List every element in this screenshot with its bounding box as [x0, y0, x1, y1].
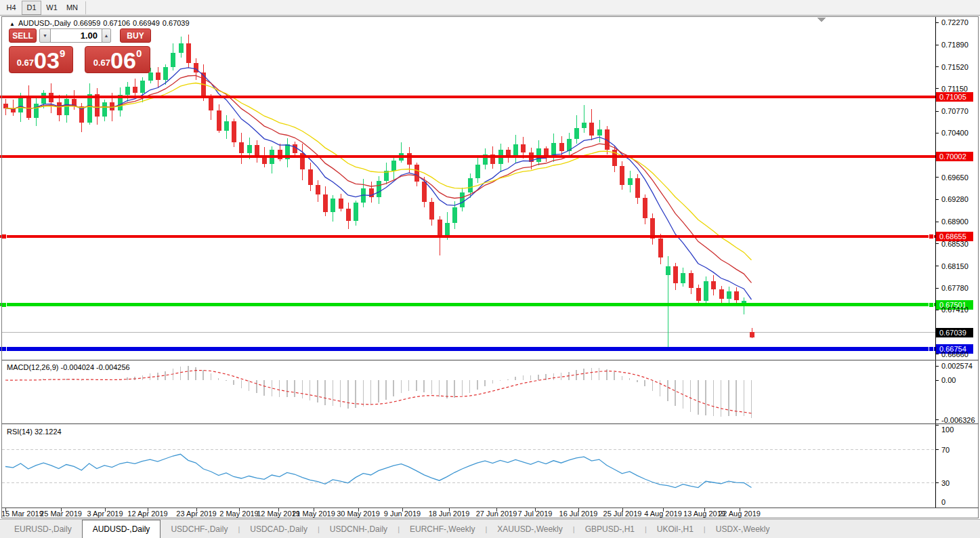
candle-body	[620, 166, 624, 185]
candle-body	[148, 73, 153, 81]
candle-body	[521, 144, 526, 152]
one-click-trading-panel: SELL ▼ ▲ BUY 0.67 03 9 0.67 06 0	[9, 28, 152, 73]
candle-body	[346, 209, 351, 220]
level-line-handle[interactable]	[929, 346, 933, 351]
rsi-axis-label: 0	[941, 498, 945, 506]
candle-body	[156, 73, 161, 79]
candle-body	[133, 87, 137, 93]
level-line-handle[interactable]	[929, 302, 933, 307]
rsi-axis-label: 100	[941, 426, 954, 434]
buy-price-panel[interactable]: 0.67 06 0	[85, 46, 150, 73]
current-price-label: 0.67039	[939, 329, 966, 337]
volume-decrease-button[interactable]: ▼	[39, 28, 51, 43]
date-tick-label: 16 Jul 2019	[559, 510, 598, 518]
price-tick-label: 0.71520	[941, 63, 968, 71]
chart-tab-usdcad[interactable]: USDCAD-,Daily	[240, 520, 318, 538]
price-tick-label: 0.68150	[941, 262, 968, 270]
candle-body	[666, 266, 670, 275]
buy-price-prefix: 0.67	[93, 58, 110, 68]
price-tick-label: 0.72270	[941, 18, 968, 26]
date-tick-label: 4 Aug 2019	[644, 510, 682, 518]
candle-body	[696, 288, 701, 301]
candle-body	[125, 87, 130, 94]
rsi-line	[5, 454, 752, 487]
date-tick-label: 22 Aug 2019	[719, 510, 761, 518]
candle-body	[34, 104, 39, 118]
level-price-label: 0.70002	[939, 152, 966, 161]
symbol-period-label: AUDUSD-,Daily	[18, 19, 71, 27]
macd-axis-label: 0.00	[941, 376, 956, 384]
candle-body	[247, 145, 252, 153]
price-tick-label: 0.70770	[941, 107, 968, 115]
candle-body	[179, 43, 184, 54]
level-line-handle[interactable]	[1, 302, 6, 307]
price-tick-label: 0.71890	[941, 41, 968, 49]
volume-increase-button[interactable]: ▲	[102, 28, 111, 43]
candle-body	[316, 185, 320, 194]
candle-body	[194, 63, 198, 73]
level-line-handle[interactable]	[1, 346, 6, 351]
ohlc-close: 0.67039	[163, 19, 190, 27]
chart-tab-audusd[interactable]: AUDUSD-,Daily	[82, 520, 161, 538]
candle-body	[323, 194, 328, 212]
candle-body	[232, 121, 236, 142]
terminal-window: H4D1W1MN 0.710050.700020.686550.675010.6…	[0, 0, 980, 538]
candle-body	[377, 181, 381, 197]
volume-input[interactable]	[50, 28, 102, 43]
chart-tab-usdcnh[interactable]: USDCNH-,Daily	[320, 520, 398, 538]
candle-body	[438, 220, 442, 236]
ohlc-high: 0.67106	[103, 19, 130, 27]
candle-body	[26, 96, 31, 117]
candle-body	[354, 203, 358, 220]
price-tick-label: 0.70400	[941, 129, 968, 137]
sell-price-big: 03	[34, 50, 60, 70]
candle-body	[57, 102, 62, 115]
horizontal-levels-layer[interactable]: 0.710050.700020.686550.675010.667540.670…	[0, 92, 973, 353]
chart-canvas[interactable]: 0.710050.700020.686550.675010.667540.670…	[0, 0, 980, 538]
chart-shift-marker-icon[interactable]	[817, 18, 826, 22]
sell-button[interactable]: SELL	[9, 28, 37, 43]
date-tick-label: 3 Apr 2019	[87, 510, 123, 518]
chart-tab-eurusd[interactable]: EURUSD-,Daily	[4, 520, 82, 538]
candle-body	[3, 104, 8, 108]
chart-tab-eurchf[interactable]: EURCHF-,Weekly	[400, 520, 485, 538]
candle-body	[391, 161, 396, 171]
buy-button[interactable]: BUY	[120, 28, 151, 43]
chart-tab-xauusd[interactable]: XAUUSD-,Weekly	[487, 520, 572, 538]
ohlc-low: 0.66949	[133, 19, 160, 27]
candle-body	[239, 142, 244, 153]
collapse-icon[interactable]: ▲	[9, 21, 15, 27]
candle-body	[64, 99, 69, 115]
candle-body	[727, 291, 731, 299]
sell-price-sup: 9	[60, 47, 65, 59]
chart-tab-ukoil[interactable]: UKOil-,H1	[647, 520, 704, 538]
date-tick-label: 7 Jul 2019	[518, 510, 553, 518]
level-line-handle[interactable]	[929, 234, 933, 239]
candle-body	[331, 199, 335, 212]
candle-body	[255, 145, 259, 156]
date-tick-label: 30 May 2019	[337, 510, 380, 518]
chart-tab-gbpusd[interactable]: GBPUSD-,H1	[575, 520, 645, 538]
price-tick-label: 0.68900	[941, 218, 968, 226]
sell-price-prefix: 0.67	[17, 58, 34, 68]
candle-body	[407, 153, 412, 165]
level-line-handle[interactable]	[1, 234, 6, 239]
chart-tab-usdchf[interactable]: USDCHF-,Daily	[161, 520, 238, 538]
candle-body	[711, 281, 716, 289]
ohlc-open: 0.66959	[74, 19, 101, 27]
candle-body	[110, 102, 114, 110]
candle-body	[574, 128, 579, 139]
candle-body	[460, 192, 465, 207]
candle-body	[582, 123, 587, 129]
price-tick-label: 0.67410	[941, 306, 968, 314]
candle-body	[308, 169, 313, 185]
candle-body	[429, 202, 434, 220]
panel-borders	[2, 17, 979, 518]
sell-price-panel[interactable]: 0.67 03 9	[9, 46, 73, 73]
date-tick-label: 25 Jul 2019	[603, 510, 642, 518]
candle-body	[422, 182, 427, 202]
candle-body	[681, 273, 685, 283]
price-tick-label: 0.71150	[941, 85, 968, 93]
candle-body	[689, 273, 694, 288]
chart-tab-usdx[interactable]: USDX-,Weekly	[706, 520, 780, 538]
